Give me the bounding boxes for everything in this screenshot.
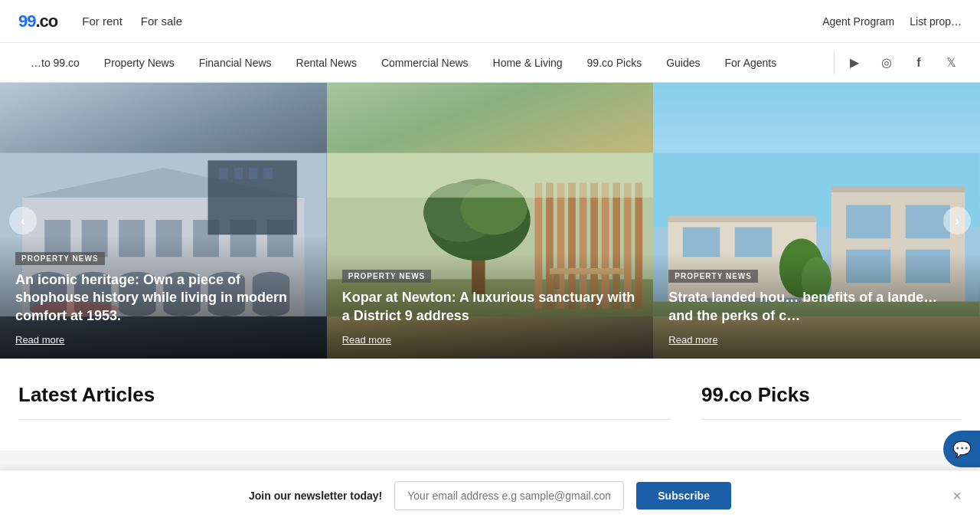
instagram-icon[interactable]: ◎ — [876, 52, 897, 74]
picks-title: 99.co Picks — [701, 383, 962, 407]
carousel-next-button[interactable]: › — [943, 207, 971, 234]
svg-rect-17 — [219, 168, 228, 179]
latest-articles-divider — [18, 419, 671, 420]
slide-1-read-more[interactable]: Read more — [15, 334, 64, 346]
secondary-navigation: …to 99.co Property News Financial News R… — [0, 43, 980, 83]
slide-1-tag: PROPERTY NEWS — [15, 252, 105, 265]
social-icons: ▶ ◎ f 𝕏 — [844, 52, 962, 74]
svg-rect-58 — [668, 216, 817, 222]
logo-co: co — [40, 11, 58, 31]
carousel-slide-3: PROPERTY NEWS Strata landed hou… benefit… — [653, 83, 980, 359]
carousel-slide-1: PROPERTY NEWS An iconic heritage: Own a … — [0, 83, 327, 359]
logo-99: 99 — [18, 11, 35, 31]
nav-picks[interactable]: 99.co Picks — [575, 43, 655, 83]
slide-2-overlay: PROPERTY NEWS Kopar at Newton: A luxurio… — [327, 253, 654, 359]
main-content: Latest Articles 99.co Picks — [0, 359, 980, 451]
hero-carousel: ‹ — [0, 83, 980, 359]
carousel-track: PROPERTY NEWS An iconic heritage: Own a … — [0, 83, 980, 359]
for-sale-link[interactable]: For sale — [141, 15, 182, 28]
nav-property-news[interactable]: Property News — [92, 43, 187, 83]
picks-section: 99.co Picks — [701, 383, 962, 435]
facebook-icon[interactable]: f — [908, 52, 929, 74]
picks-divider — [701, 419, 962, 420]
nav-rental-news[interactable]: Rental News — [284, 43, 369, 83]
carousel-slide-2: PROPERTY NEWS Kopar at Newton: A luxurio… — [327, 83, 654, 359]
latest-articles-section: Latest Articles — [18, 383, 671, 435]
youtube-icon[interactable]: ▶ — [844, 52, 865, 74]
agent-program-link[interactable]: Agent Program — [822, 15, 894, 28]
for-rent-link[interactable]: For rent — [82, 15, 122, 28]
nav-divider — [834, 51, 835, 74]
carousel-prev-button[interactable]: ‹ — [9, 207, 37, 234]
svg-rect-20 — [263, 168, 273, 179]
top-nav-right: Agent Program List prop… — [822, 15, 962, 28]
nav-home[interactable]: …to 99.co — [18, 43, 92, 83]
nav-for-agents[interactable]: For Agents — [713, 43, 789, 83]
slide-3-read-more[interactable]: Read more — [668, 334, 717, 346]
slide-2-tag: PROPERTY NEWS — [342, 270, 432, 283]
nav-guides[interactable]: Guides — [654, 43, 712, 83]
chat-icon: 💬 — [952, 440, 972, 451]
secondary-nav-links: …to 99.co Property News Financial News R… — [18, 43, 831, 83]
slide-3-tag: PROPERTY NEWS — [668, 270, 758, 283]
svg-rect-57 — [831, 186, 965, 192]
svg-rect-48 — [846, 205, 890, 239]
slide-1-overlay: PROPERTY NEWS An iconic heritage: Own a … — [0, 235, 327, 359]
slide-1-title: An iconic heritage: Own a piece of shoph… — [15, 271, 312, 325]
top-nav-links: For rent For sale — [82, 15, 822, 28]
list-property-link[interactable]: List prop… — [910, 15, 962, 28]
slide-3-overlay: PROPERTY NEWS Strata landed hou… benefit… — [653, 253, 980, 359]
svg-rect-41 — [327, 153, 654, 198]
site-logo[interactable]: 99.co — [18, 11, 57, 31]
nav-home-living[interactable]: Home & Living — [481, 43, 575, 83]
latest-articles-title: Latest Articles — [18, 383, 671, 407]
twitter-icon[interactable]: 𝕏 — [940, 52, 962, 74]
slide-2-title: Kopar at Newton: A luxurious sanctuary w… — [342, 289, 639, 325]
top-navigation: 99.co For rent For sale Agent Program Li… — [0, 0, 980, 43]
nav-financial-news[interactable]: Financial News — [187, 43, 284, 83]
svg-rect-18 — [234, 168, 243, 179]
slide-3-title: Strata landed hou… benefits of a lande… … — [668, 289, 965, 325]
slide-2-read-more[interactable]: Read more — [342, 334, 391, 346]
svg-rect-19 — [249, 168, 258, 179]
nav-commercial-news[interactable]: Commercial News — [369, 43, 481, 83]
